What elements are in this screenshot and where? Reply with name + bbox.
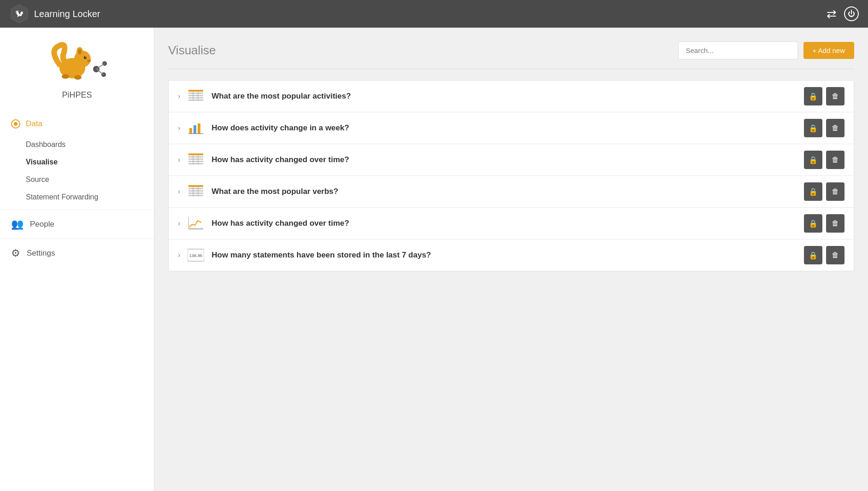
delete-button[interactable]: 🗑 <box>826 214 845 233</box>
search-input[interactable] <box>678 41 798 59</box>
content-header: Visualise + Add new <box>168 41 854 59</box>
squirrel-logo <box>45 41 109 83</box>
people-icon: 👥 <box>11 218 23 230</box>
nav-divider-1 <box>0 210 154 210</box>
expand-icon[interactable]: › <box>178 187 180 196</box>
svg-point-7 <box>85 57 86 58</box>
svg-rect-17 <box>188 93 203 94</box>
item-actions: 🔒 🗑 <box>804 246 845 264</box>
org-name: PiHPES <box>62 90 92 100</box>
logo-hex: 🐿 <box>9 4 29 24</box>
sidebar-nav: Data Dashboards Visualise Source Stateme… <box>0 109 154 491</box>
sidebar: PiHPES Data Dashboards Visualise Source … <box>0 28 154 491</box>
vis-item-title: How does activity change in a week? <box>211 123 797 133</box>
svg-point-14 <box>62 74 69 79</box>
expand-icon[interactable]: › <box>178 251 180 259</box>
vis-item-title: How many statements have been stored in … <box>211 251 797 260</box>
svg-rect-27 <box>188 153 203 155</box>
vis-icon-stat: 136.9k <box>188 247 204 263</box>
lock-button[interactable]: 🔒 <box>804 119 822 137</box>
expand-icon[interactable]: › <box>178 219 180 228</box>
list-item: › 136.9k How many statements have been s… <box>169 240 854 271</box>
delete-button[interactable]: 🗑 <box>826 151 845 169</box>
svg-point-8 <box>87 59 91 62</box>
delete-button[interactable]: 🗑 <box>826 246 845 264</box>
list-item: › How has activity changed over time? 🔒 … <box>169 208 854 240</box>
expand-icon[interactable]: › <box>178 92 180 100</box>
svg-rect-35 <box>188 188 203 189</box>
vis-icon-bar <box>188 120 204 136</box>
lock-button[interactable]: 🔒 <box>804 182 822 201</box>
vis-icon-table <box>188 88 204 105</box>
svg-rect-23 <box>189 128 192 134</box>
vis-icon-table3 <box>188 183 204 200</box>
delete-button[interactable]: 🗑 <box>826 119 845 137</box>
svg-rect-36 <box>188 190 203 192</box>
content-area: Visualise + Add new › <box>154 28 868 491</box>
svg-rect-18 <box>188 95 203 96</box>
swap-icon[interactable]: ⇄ <box>827 7 837 21</box>
lock-button[interactable]: 🔒 <box>804 246 822 264</box>
svg-rect-20 <box>188 99 203 101</box>
logo-area: 🐿 Learning Locker <box>9 4 100 24</box>
svg-point-15 <box>74 75 82 80</box>
sidebar-item-statement-forwarding[interactable]: Statement Forwarding <box>0 188 154 206</box>
item-actions: 🔒 🗑 <box>804 151 845 169</box>
svg-rect-38 <box>188 195 203 196</box>
data-icon <box>11 119 20 129</box>
delete-button[interactable]: 🗑 <box>826 182 845 201</box>
lock-button[interactable]: 🔒 <box>804 214 822 233</box>
logout-icon[interactable]: ⏻ <box>844 6 859 21</box>
sidebar-item-data[interactable]: Data <box>0 114 154 134</box>
svg-rect-31 <box>188 163 203 164</box>
svg-rect-24 <box>194 125 196 134</box>
header-actions: ⇄ ⏻ <box>827 6 859 21</box>
list-item: › How has activity changed over time? 🔒 <box>169 144 854 176</box>
list-item: › How does activity change in a week? 🔒 … <box>169 112 854 144</box>
svg-point-5 <box>78 49 82 54</box>
page-title: Visualise <box>168 43 216 58</box>
item-actions: 🔒 🗑 <box>804 214 845 233</box>
content-divider <box>168 69 854 69</box>
svg-point-6 <box>84 56 87 59</box>
expand-icon[interactable]: › <box>178 156 180 164</box>
app-header: 🐿 Learning Locker ⇄ ⏻ <box>0 0 868 28</box>
sidebar-item-people[interactable]: 👥 People <box>0 212 154 237</box>
content-header-actions: + Add new <box>678 41 854 59</box>
data-sub-items: Dashboards Visualise Source Statement Fo… <box>0 134 154 208</box>
expand-icon[interactable]: › <box>178 124 180 132</box>
vis-item-title: How has activity changed over time? <box>211 219 797 228</box>
settings-icon: ⚙ <box>11 247 20 259</box>
app-name: Learning Locker <box>34 9 100 19</box>
svg-rect-29 <box>188 158 203 160</box>
svg-rect-37 <box>188 193 203 194</box>
item-actions: 🔒 🗑 <box>804 182 845 201</box>
delete-button[interactable]: 🗑 <box>826 87 845 105</box>
vis-icon-line <box>188 215 204 232</box>
lock-button[interactable]: 🔒 <box>804 87 822 105</box>
nav-divider-2 <box>0 239 154 239</box>
svg-rect-25 <box>198 123 200 134</box>
item-actions: 🔒 🗑 <box>804 87 845 105</box>
svg-rect-34 <box>188 185 203 187</box>
vis-item-title: What are the most popular activities? <box>211 92 797 101</box>
list-item: › What are the most popular activities? … <box>169 81 854 112</box>
data-label: Data <box>26 119 42 129</box>
sidebar-item-settings[interactable]: ⚙ Settings <box>0 241 154 266</box>
svg-rect-19 <box>188 97 203 99</box>
svg-rect-28 <box>188 156 203 158</box>
add-new-button[interactable]: + Add new <box>803 42 854 59</box>
vis-item-title: How has activity changed over time? <box>211 155 797 164</box>
svg-rect-30 <box>188 161 203 162</box>
svg-text:🐿: 🐿 <box>15 9 23 18</box>
main-layout: PiHPES Data Dashboards Visualise Source … <box>0 28 868 491</box>
sidebar-logo-area: PiHPES <box>0 28 154 109</box>
lock-button[interactable]: 🔒 <box>804 151 822 169</box>
sidebar-item-dashboards[interactable]: Dashboards <box>0 136 154 153</box>
svg-text:136.9k: 136.9k <box>189 253 203 258</box>
item-actions: 🔒 🗑 <box>804 119 845 137</box>
vis-item-title: What are the most popular verbs? <box>211 187 797 196</box>
vis-icon-table2 <box>188 152 204 168</box>
sidebar-item-visualise[interactable]: Visualise <box>0 153 154 171</box>
sidebar-item-source[interactable]: Source <box>0 171 154 188</box>
